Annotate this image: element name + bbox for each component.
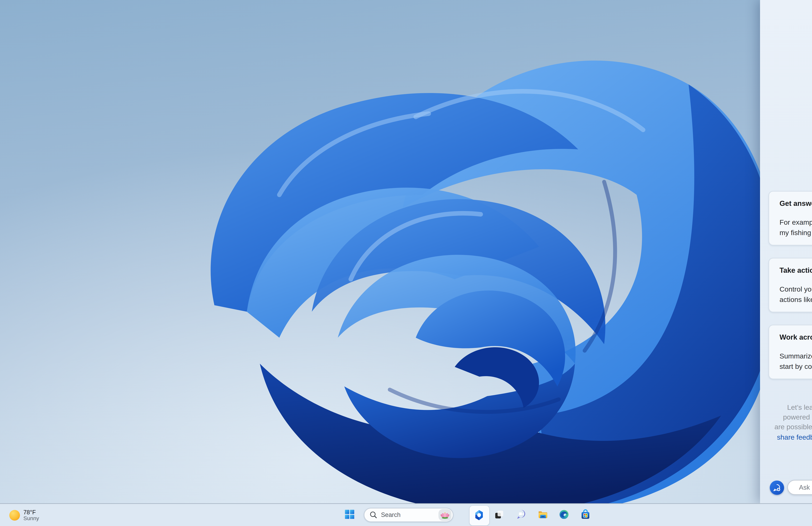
microsoft-store-icon: [581, 509, 590, 520]
start-button[interactable]: [345, 510, 354, 519]
chat-icon: [516, 509, 526, 519]
lotus-flower-icon: [440, 510, 450, 519]
screen: Copilot Get answers to complex questions…: [0, 0, 812, 526]
taskbar: 78°F Sunny: [0, 503, 812, 526]
edge-button[interactable]: [559, 510, 569, 519]
file-explorer-icon: [538, 509, 548, 519]
search-daily-image-badge[interactable]: [438, 509, 451, 521]
task-view-button[interactable]: [494, 509, 504, 519]
disclaimer-last-line: share feedback so we can learn and impro…: [770, 432, 812, 442]
ask-me-anything-input[interactable]: [787, 480, 812, 495]
suggestion-cards: Get answers to complex questions For exa…: [768, 191, 812, 392]
card-body: Control your Windows environment with ac…: [780, 284, 812, 305]
chat-input-row: [770, 480, 812, 495]
card-title: Take actions on your PC: [780, 266, 812, 275]
copilot-panel: Copilot Get answers to complex questions…: [760, 0, 812, 503]
edge-icon: [559, 510, 569, 519]
weather-text: 78°F Sunny: [24, 509, 39, 522]
card-work-documents: Work across documents Summarize and comp…: [768, 325, 812, 379]
windows-logo-icon: [345, 510, 354, 519]
copilot-taskbar-button[interactable]: [469, 506, 489, 525]
microsoft-store-button[interactable]: [581, 509, 590, 520]
card-title: Work across documents: [780, 333, 812, 341]
new-chat-icon: [772, 483, 782, 492]
desktop-wallpaper: [0, 0, 812, 526]
weather-widget[interactable]: 78°F Sunny: [9, 504, 39, 526]
chat-button[interactable]: [516, 509, 526, 519]
panel-titlebar: [760, 0, 812, 14]
search-label: Search: [381, 511, 438, 518]
weather-temperature: 78°F: [24, 509, 39, 515]
task-view-icon: [494, 509, 504, 519]
card-body: Summarize and compose text from any app …: [780, 351, 812, 371]
card-title: Get answers to complex questions: [780, 199, 812, 208]
share-feedback-link[interactable]: share feedback: [777, 433, 812, 441]
card-take-actions: Take actions on your PC Control your Win…: [768, 258, 812, 312]
sun-icon: [9, 510, 20, 521]
file-explorer-button[interactable]: [538, 509, 548, 519]
card-complex-questions: Get answers to complex questions For exa…: [768, 191, 812, 246]
card-body: For example, you could ask "Help me plan…: [780, 217, 812, 238]
copilot-icon: [474, 510, 484, 521]
taskbar-center: Search: [345, 504, 592, 526]
search-icon: [369, 511, 377, 518]
search-box[interactable]: Search: [364, 508, 453, 522]
weather-condition: Sunny: [24, 515, 39, 522]
new-topic-button[interactable]: [770, 480, 784, 495]
ai-disclaimer: Let’s learn together. Windows copilot is…: [770, 403, 812, 442]
